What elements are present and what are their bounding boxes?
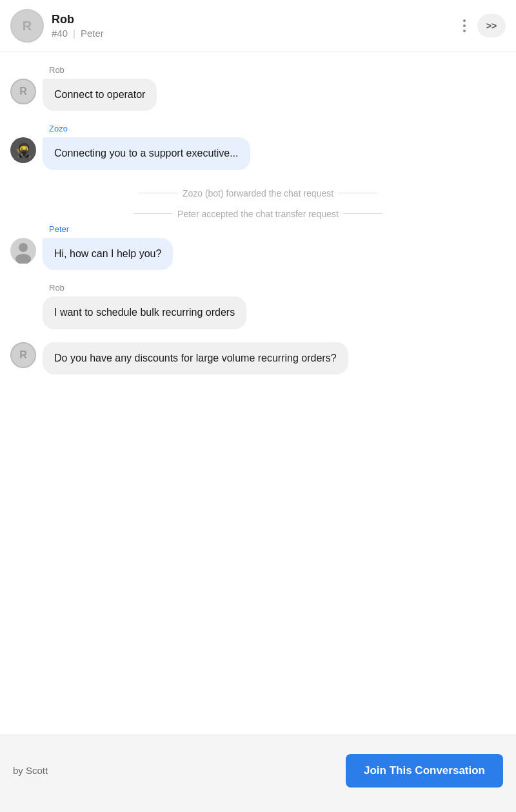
message-group-zozo: Zozo 🥷 Connecting you to a support execu… (10, 124, 506, 169)
dot-2 (463, 24, 466, 27)
header-actions: >> (459, 14, 506, 37)
header-name: Rob (52, 13, 459, 26)
message-group-peter: Peter Hi, how can I help you? (10, 224, 506, 270)
avatar-rob-1: R (10, 79, 36, 104)
bubble-connect-operator: Connect to operator (43, 79, 157, 111)
system-text-accepted: Peter accepted the chat transfer request (177, 209, 339, 219)
line-right (339, 193, 377, 193)
line-left-2 (134, 213, 172, 214)
bubble-rob-schedule: I want to schedule bulk recurring orders (43, 296, 246, 329)
chat-header: R Rob #40 | Peter >> (0, 0, 516, 52)
message-row-rob-2: I want to schedule bulk recurring orders (10, 296, 506, 329)
sender-label-rob-2: Rob (49, 283, 506, 293)
line-left (139, 193, 177, 193)
more-options-button[interactable] (459, 15, 470, 36)
message-text-zozo: Connecting you to a support executive... (54, 148, 239, 159)
avatar-peter (10, 238, 36, 264)
expand-button[interactable]: >> (477, 14, 506, 37)
header-meta: #40 | Peter (52, 28, 459, 39)
message-row-peter: Hi, how can I help you? (10, 238, 506, 270)
bubble-rob-discounts: Do you have any discounts for large volu… (43, 342, 348, 374)
message-group-rob-3: R Do you have any discounts for large vo… (10, 342, 506, 374)
message-text-discounts: Do you have any discounts for large volu… (54, 353, 337, 363)
svg-point-1 (19, 243, 28, 252)
avatar-letter: R (23, 19, 32, 34)
header-avatar: R (10, 9, 44, 43)
message-row-rob-3: R Do you have any discounts for large vo… (10, 342, 506, 374)
dot-1 (463, 19, 466, 22)
avatar-zozo: 🥷 (10, 137, 36, 163)
bubble-zozo: Connecting you to a support executive... (43, 137, 250, 169)
message-row-zozo: 🥷 Connecting you to a support executive.… (10, 137, 506, 169)
line-right-2 (344, 213, 382, 214)
system-message-forwarded: Zozo (bot) forwarded the chat request (10, 188, 506, 198)
message-group-rob-1: Rob R Connect to operator (10, 65, 506, 111)
chat-area: Rob R Connect to operator Zozo 🥷 Connect… (0, 52, 516, 735)
footer-by-label: by Scott (13, 765, 48, 776)
message-text-schedule: I want to schedule bulk recurring orders (54, 307, 235, 318)
footer: by Scott Join This Conversation (0, 735, 516, 812)
join-conversation-button[interactable]: Join This Conversation (346, 754, 503, 788)
agent-name: Peter (81, 28, 104, 39)
header-info: Rob #40 | Peter (52, 13, 459, 39)
message-text: Connect to operator (54, 89, 145, 100)
sender-label-zozo: Zozo (49, 124, 506, 133)
message-group-rob-2: Rob I want to schedule bulk recurring or… (10, 283, 506, 329)
dot-3 (463, 30, 466, 32)
system-text-forwarded: Zozo (bot) forwarded the chat request (183, 188, 333, 198)
avatar-rob-3: R (10, 342, 36, 368)
bot-icon: 🥷 (15, 142, 32, 159)
sender-label-rob: Rob (49, 65, 506, 75)
system-message-accepted: Peter accepted the chat transfer request (10, 209, 506, 219)
message-row-1: R Connect to operator (10, 79, 506, 111)
message-text-peter: Hi, how can I help you? (54, 248, 161, 259)
ticket-number: #40 (52, 28, 68, 39)
sender-label-peter: Peter (49, 224, 506, 234)
separator: | (73, 28, 75, 39)
bubble-peter: Hi, how can I help you? (43, 238, 173, 270)
